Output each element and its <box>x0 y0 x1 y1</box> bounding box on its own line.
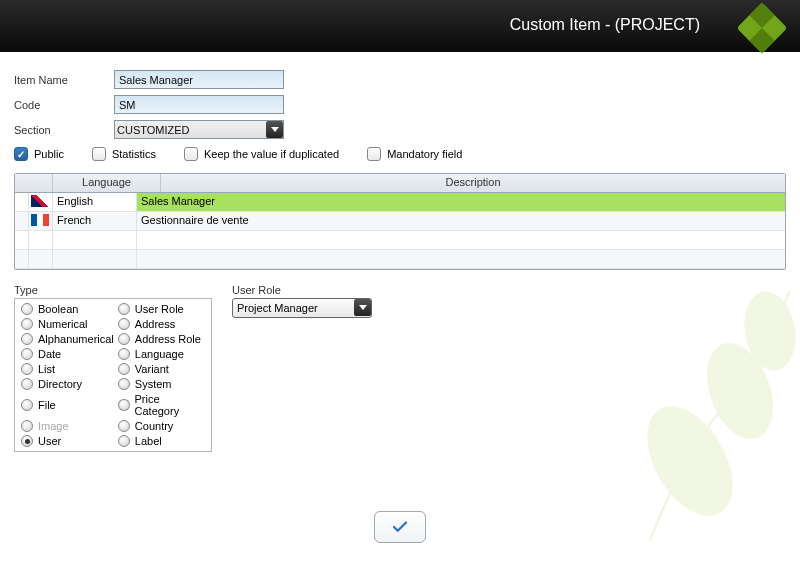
radio-label: File <box>38 399 56 411</box>
desc-cell: Sales Manager <box>137 193 785 211</box>
user-role-panel: User Role Project Manager <box>232 284 377 318</box>
radio-label: Boolean <box>38 303 78 315</box>
table-header: Language Description <box>15 174 785 193</box>
statistics-checkbox[interactable] <box>92 147 106 161</box>
chevron-down-icon <box>354 299 371 316</box>
radio-label: User <box>38 435 61 447</box>
item-name-row: Item Name <box>14 70 786 89</box>
check-icon <box>391 518 409 536</box>
public-label: Public <box>34 148 64 160</box>
type-radio-user[interactable]: User <box>21 435 114 447</box>
radio-label: User Role <box>135 303 184 315</box>
radio-icon <box>118 348 130 360</box>
table-row[interactable]: English Sales Manager <box>15 193 785 212</box>
radio-icon <box>118 378 130 390</box>
user-role-value: Project Manager <box>237 302 318 314</box>
radio-icon <box>21 435 33 447</box>
radio-label: Address Role <box>135 333 201 345</box>
type-radio-numerical[interactable]: Numerical <box>21 318 114 330</box>
radio-icon <box>118 363 130 375</box>
radio-icon <box>21 363 33 375</box>
lang-cell: French <box>53 212 137 230</box>
type-radio-alphanumerical[interactable]: Alphanumerical <box>21 333 114 345</box>
radio-icon <box>118 333 130 345</box>
radio-icon <box>21 333 33 345</box>
type-radio-language[interactable]: Language <box>118 348 205 360</box>
radio-label: System <box>135 378 172 390</box>
section-select[interactable]: CUSTOMIZED <box>114 120 284 139</box>
section-value: CUSTOMIZED <box>117 124 190 136</box>
lower-section: Type BooleanUser RoleNumericalAddressAlp… <box>14 284 786 452</box>
type-radio-image: Image <box>21 420 114 432</box>
checkbox-row: Public Statistics Keep the value if dupl… <box>14 147 786 161</box>
type-radio-boolean[interactable]: Boolean <box>21 303 114 315</box>
radio-label: Image <box>38 420 69 432</box>
type-radio-file[interactable]: File <box>21 393 114 417</box>
content-area: Item Name Code Section CUSTOMIZED Public… <box>0 52 800 561</box>
type-radio-system[interactable]: System <box>118 378 205 390</box>
section-label: Section <box>14 124 114 136</box>
app-logo-icon <box>737 3 788 54</box>
type-radio-directory[interactable]: Directory <box>21 378 114 390</box>
th-language: Language <box>53 174 161 192</box>
type-radio-variant[interactable]: Variant <box>118 363 205 375</box>
flag-cell <box>29 193 53 211</box>
desc-cell: Gestionnaire de vente <box>137 212 785 230</box>
type-radio-list[interactable]: List <box>21 363 114 375</box>
radio-label: Country <box>135 420 174 432</box>
radio-icon <box>118 399 130 411</box>
radio-label: Price Category <box>135 393 205 417</box>
flag-cell <box>29 212 53 230</box>
type-radio-user-role[interactable]: User Role <box>118 303 205 315</box>
mandatory-label: Mandatory field <box>387 148 462 160</box>
radio-label: Alphanumerical <box>38 333 114 345</box>
type-radio-label[interactable]: Label <box>118 435 205 447</box>
radio-label: Language <box>135 348 184 360</box>
language-table: Language Description English Sales Manag… <box>14 173 786 270</box>
type-radio-country[interactable]: Country <box>118 420 205 432</box>
th-description: Description <box>161 174 785 192</box>
radio-icon <box>118 303 130 315</box>
radio-icon <box>21 303 33 315</box>
user-role-select[interactable]: Project Manager <box>232 298 372 318</box>
page-title: Custom Item - (PROJECT) <box>510 16 700 34</box>
item-name-input[interactable] <box>114 70 284 89</box>
radio-icon <box>21 378 33 390</box>
keepvalue-check-item: Keep the value if duplicated <box>184 147 339 161</box>
lang-cell: English <box>53 193 137 211</box>
type-radio-address-role[interactable]: Address Role <box>118 333 205 345</box>
statistics-label: Statistics <box>112 148 156 160</box>
code-label: Code <box>14 99 114 111</box>
public-checkbox[interactable] <box>14 147 28 161</box>
keepvalue-checkbox[interactable] <box>184 147 198 161</box>
mandatory-checkbox[interactable] <box>367 147 381 161</box>
radio-label: Numerical <box>38 318 88 330</box>
type-radio-address[interactable]: Address <box>118 318 205 330</box>
table-row-empty[interactable] <box>15 231 785 250</box>
table-row-empty[interactable] <box>15 250 785 269</box>
radio-icon <box>118 318 130 330</box>
keepvalue-label: Keep the value if duplicated <box>204 148 339 160</box>
radio-label: Directory <box>38 378 82 390</box>
header-bar: Custom Item - (PROJECT) <box>0 0 800 52</box>
table-row[interactable]: French Gestionnaire de vente <box>15 212 785 231</box>
th-flag <box>15 174 53 192</box>
row-indicator <box>15 212 29 230</box>
code-input[interactable] <box>114 95 284 114</box>
type-radio-date[interactable]: Date <box>21 348 114 360</box>
public-check-item: Public <box>14 147 64 161</box>
radio-icon <box>21 348 33 360</box>
confirm-button[interactable] <box>374 511 426 543</box>
radio-label: List <box>38 363 55 375</box>
item-name-label: Item Name <box>14 74 114 86</box>
user-role-label: User Role <box>232 284 377 296</box>
row-indicator <box>15 193 29 211</box>
code-row: Code <box>14 95 786 114</box>
radio-icon <box>21 318 33 330</box>
radio-icon <box>21 399 33 411</box>
flag-fr-icon <box>31 214 49 226</box>
radio-label: Variant <box>135 363 169 375</box>
radio-icon <box>118 420 130 432</box>
type-radio-price-category[interactable]: Price Category <box>118 393 205 417</box>
type-label: Type <box>14 284 212 296</box>
